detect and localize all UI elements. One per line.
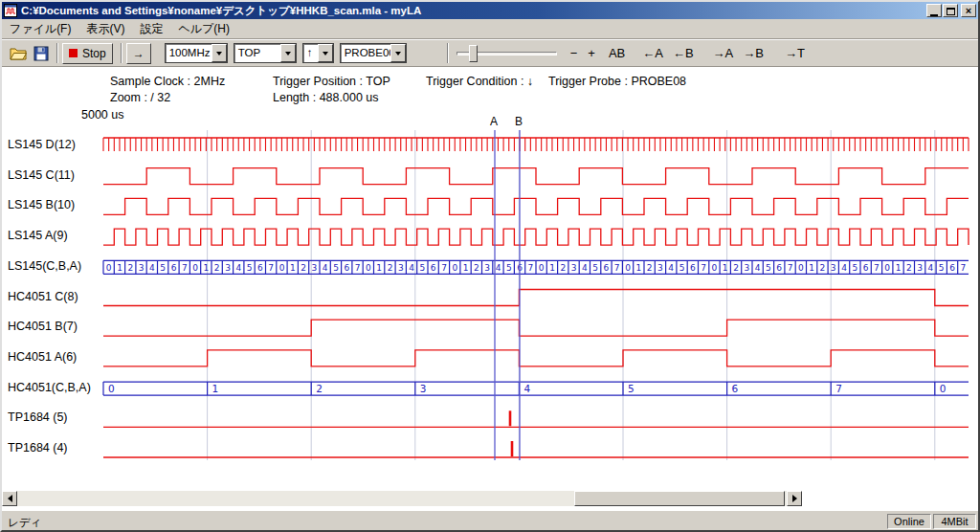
menu-item-view[interactable]: 表示(V) bbox=[78, 19, 132, 39]
waveform-canvas[interactable]: 0123456701234567012345670123456701234567… bbox=[0, 0, 980, 532]
bus-value: 2 bbox=[560, 263, 566, 273]
bus-value: 1 bbox=[117, 263, 122, 273]
stop-button[interactable]: Stop bbox=[62, 43, 113, 64]
menu-item-file[interactable]: ファイル(F) bbox=[2, 19, 78, 39]
bus-value: 7 bbox=[441, 263, 447, 273]
bus-value: 2 bbox=[388, 263, 393, 273]
close-button[interactable]: × bbox=[961, 4, 976, 17]
scrollbar-thumb[interactable] bbox=[574, 491, 785, 506]
goto-trigger-button[interactable]: →T bbox=[781, 44, 809, 63]
next-a-button[interactable]: →A bbox=[709, 44, 738, 63]
sample-clock-value: 100MHz bbox=[166, 44, 212, 62]
stop-icon bbox=[69, 49, 78, 57]
bus-value: 5 bbox=[160, 263, 166, 273]
scroll-right-button[interactable] bbox=[787, 491, 802, 506]
toolbar: Stop → 100MHz TOP ↑ PROBE00 − + AB ←A ←B… bbox=[2, 39, 978, 67]
dropdown-arrow-icon[interactable] bbox=[318, 44, 333, 62]
sample-clock-select[interactable]: 100MHz bbox=[165, 43, 228, 63]
bus-value: 3 bbox=[420, 383, 427, 394]
scroll-left-button[interactable] bbox=[2, 491, 17, 506]
bus-value: 2 bbox=[647, 263, 653, 273]
channel-wave-5 bbox=[103, 290, 969, 306]
bus-value: 5 bbox=[852, 263, 858, 273]
bus-value: 0 bbox=[539, 263, 545, 273]
probe-value: PROBE00 bbox=[341, 44, 390, 62]
toolbar-separator bbox=[121, 43, 122, 63]
bus-value: 0 bbox=[192, 263, 198, 273]
open-file-button[interactable] bbox=[7, 42, 30, 65]
save-button[interactable] bbox=[30, 42, 53, 65]
bus-value: 7 bbox=[355, 263, 361, 273]
bus-value: 5 bbox=[628, 383, 635, 394]
bus-value: 6 bbox=[776, 263, 782, 273]
bus-value: 1 bbox=[896, 263, 902, 273]
maximize-button[interactable] bbox=[943, 4, 958, 17]
zoom-in-button[interactable]: + bbox=[584, 44, 599, 63]
horizontal-scrollbar[interactable] bbox=[2, 491, 802, 506]
stop-label: Stop bbox=[82, 47, 106, 60]
bus-value: 5 bbox=[592, 263, 598, 273]
bus-value: 6 bbox=[171, 263, 177, 273]
slider-thumb[interactable] bbox=[469, 45, 478, 62]
next-b-button[interactable]: →B bbox=[739, 44, 768, 63]
toolbar-separator bbox=[447, 43, 449, 63]
run-button[interactable]: → bbox=[126, 43, 151, 64]
bus-value: 3 bbox=[312, 263, 318, 273]
status-memory: 4MBit bbox=[933, 514, 976, 529]
app-icon[interactable] bbox=[4, 4, 17, 17]
bus-value: 7 bbox=[614, 263, 620, 273]
dropdown-arrow-icon[interactable] bbox=[212, 44, 227, 62]
bus-value: 3 bbox=[225, 263, 231, 273]
trigger-position-select[interactable]: TOP bbox=[234, 43, 297, 63]
bus-value: 1 bbox=[723, 263, 728, 273]
channel-wave-1 bbox=[103, 168, 969, 185]
bus-value: 0 bbox=[452, 263, 457, 273]
bus-value: 0 bbox=[798, 263, 804, 273]
bus-value: 4 bbox=[323, 263, 328, 273]
bus-value: 3 bbox=[744, 263, 749, 273]
bus-value: 0 bbox=[884, 263, 890, 273]
trigger-edge-select[interactable]: ↑ bbox=[302, 43, 334, 63]
bus-value: 3 bbox=[831, 263, 836, 273]
bus-value: 7 bbox=[528, 263, 534, 273]
bus-value: 4 bbox=[149, 263, 155, 273]
bus-value: 0 bbox=[106, 263, 112, 273]
probe-select[interactable]: PROBE00 bbox=[340, 43, 407, 63]
dropdown-arrow-icon[interactable] bbox=[280, 44, 296, 62]
app-window: C:¥Documents and Settings¥noname¥デスクトップ¥… bbox=[0, 0, 980, 532]
dropdown-arrow-icon[interactable] bbox=[390, 44, 406, 62]
menu-item-settings[interactable]: 設定 bbox=[132, 19, 170, 39]
bus-value: 4 bbox=[523, 383, 530, 394]
bus-value: 1 bbox=[549, 263, 555, 273]
toolbar-separator bbox=[56, 43, 58, 63]
bus-value: 1 bbox=[463, 263, 469, 273]
zoom-out-button[interactable]: − bbox=[567, 44, 582, 63]
prev-a-button[interactable]: ←A bbox=[638, 44, 667, 63]
bus-value: 1 bbox=[809, 263, 814, 273]
prev-b-button[interactable]: ←B bbox=[669, 44, 698, 63]
bus-value: 5 bbox=[333, 263, 339, 273]
menu-item-help[interactable]: ヘルプ(H) bbox=[170, 19, 237, 39]
bus-value: 0 bbox=[108, 383, 115, 394]
status-online: Online bbox=[887, 514, 931, 529]
bus-value: 2 bbox=[906, 263, 912, 273]
bus-value: 6 bbox=[257, 263, 263, 273]
minimize-button[interactable] bbox=[926, 4, 942, 17]
ab-button[interactable]: AB bbox=[605, 44, 629, 63]
scroll-left-icon bbox=[4, 495, 12, 502]
minimize-icon bbox=[930, 14, 938, 16]
bus-value: 0 bbox=[625, 263, 631, 273]
bus-value: 6 bbox=[732, 383, 739, 394]
window-title: C:¥Documents and Settings¥noname¥デスクトップ¥… bbox=[21, 4, 925, 18]
bus-value: 3 bbox=[398, 263, 404, 273]
scroll-right-icon bbox=[792, 495, 801, 502]
bus-value: 2 bbox=[474, 263, 479, 273]
zoom-slider[interactable] bbox=[457, 43, 557, 64]
bus-value: 6 bbox=[949, 263, 955, 273]
bus-value: 4 bbox=[235, 263, 241, 273]
bus-value: 7 bbox=[874, 263, 880, 273]
bus-value: 0 bbox=[940, 383, 947, 394]
channel-wave-7 bbox=[103, 350, 969, 366]
bus-value: 6 bbox=[690, 263, 696, 273]
status-ready-text: レディ bbox=[8, 516, 41, 530]
